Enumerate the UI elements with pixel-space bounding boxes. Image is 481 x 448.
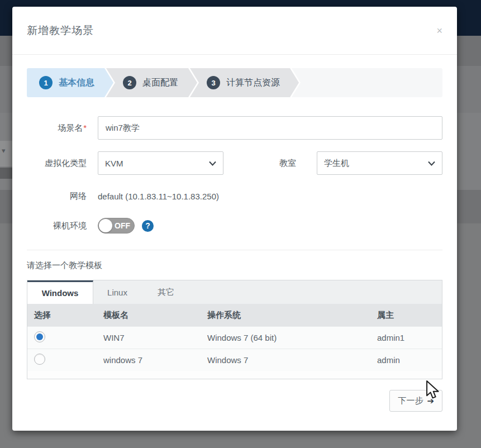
step-label: 计算节点资源 [226,77,280,89]
modal-title: 新增教学场景 [27,23,94,38]
table-row[interactable]: windows 7 Windows 7 admin [27,349,442,371]
wizard-step[interactable]: 2 桌面配置 [106,68,197,97]
virt-type-label: 虚拟化类型 [27,158,87,169]
classroom-select[interactable]: 学生机 [317,151,442,175]
cell-template-name: WIN7 [97,333,201,342]
wizard-step-remainder [292,68,442,97]
header-owner: 属主 [370,310,442,321]
add-scene-modal: 新增教学场景 × 1 基本信息 2 桌面配置 3 计算节点资源 [12,7,457,431]
help-icon[interactable]: ? [142,220,154,232]
tab-other[interactable]: 其它 [141,280,191,304]
bare-metal-label: 裸机环境 [27,221,87,231]
modal-footer: 下一步 ➔ [27,390,442,412]
step-label: 基本信息 [59,77,94,89]
step-number-badge: 1 [39,76,53,89]
bare-metal-toggle[interactable]: OFF [98,218,135,233]
cell-os: Windows 7 [201,355,370,365]
required-asterisk: * [83,123,87,132]
template-panel: Windows Linux 其它 选择 模板名 操作系统 属主 WIN7 Win… [27,280,442,379]
classroom-label: 教室 [279,158,296,169]
scene-name-row: 场景名* [27,116,442,140]
background-caret-icon: ▾ [2,146,6,155]
wizard-step[interactable]: 3 计算节点资源 [190,68,299,97]
header-select: 选择 [27,310,97,321]
virt-classroom-row: 虚拟化类型 KVM 教室 学生机 [27,151,442,175]
arrow-right-icon: ➔ [427,396,434,406]
next-button[interactable]: 下一步 ➔ [389,390,442,412]
network-row: 网络 default (10.1.83.11~10.1.83.250) [27,186,442,206]
step-number-badge: 3 [207,76,220,89]
section-divider [27,250,442,250]
wizard-step[interactable]: 1 基本信息 [27,68,113,97]
classroom-value: 学生机 [324,158,428,169]
tab-label: 其它 [158,287,174,298]
step-number-badge: 2 [123,76,136,89]
step-label: 桌面配置 [142,77,178,89]
table-row[interactable]: WIN7 Windows 7 (64 bit) admin1 [27,326,442,349]
cell-owner: admin [370,355,442,365]
toggle-knob [99,219,112,232]
chevron-down-icon [428,161,435,166]
network-value: default (10.1.83.11~10.1.83.250) [98,192,219,201]
screen: ▾ 新增教学场景 × 1 基本信息 2 桌面配置 3 计算节点资源 [0,0,481,448]
template-tabs: Windows Linux 其它 [27,280,442,304]
tab-label: Linux [107,288,127,297]
close-icon[interactable]: × [436,26,442,36]
template-radio[interactable] [34,331,45,342]
modal-body: 1 基本信息 2 桌面配置 3 计算节点资源 场景名* [12,55,457,412]
classroom-group: 教室 学生机 [279,151,442,175]
tab-label: Windows [42,288,79,298]
tab-windows[interactable]: Windows [27,280,93,304]
cell-owner: admin1 [370,333,442,342]
tab-linux[interactable]: Linux [93,280,141,304]
cell-os: Windows 7 (64 bit) [201,333,370,342]
background-band [0,168,12,179]
template-radio[interactable] [34,354,45,365]
virt-type-value: KVM [105,159,209,168]
bare-metal-row: 裸机环境 OFF ? [27,216,442,235]
scene-name-label: 场景名* [27,123,87,134]
toggle-state-label: OFF [115,221,130,230]
scene-name-input[interactable] [98,116,442,140]
cell-template-name: windows 7 [97,355,201,365]
next-button-label: 下一步 [398,395,423,406]
header-template-name: 模板名 [97,310,201,321]
template-table-header: 选择 模板名 操作系统 属主 [27,304,442,326]
modal-header: 新增教学场景 × [12,7,457,55]
template-section-heading: 请选择一个教学模板 [27,260,442,271]
header-os: 操作系统 [201,310,370,321]
virt-type-select[interactable]: KVM [98,151,223,175]
basic-info-form: 场景名* 虚拟化类型 KVM 教室 学生机 [27,116,442,235]
chevron-down-icon [209,161,216,166]
network-label: 网络 [27,191,87,202]
wizard-steps: 1 基本信息 2 桌面配置 3 计算节点资源 [27,68,442,97]
